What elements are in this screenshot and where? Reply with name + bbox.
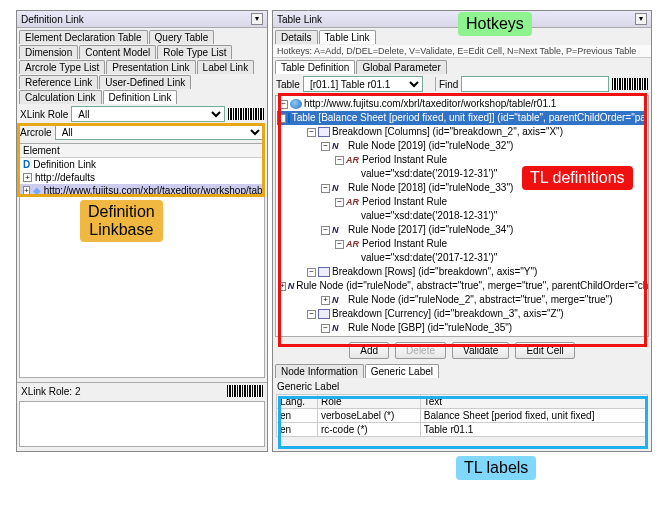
tree-node[interactable]: −ARPeriod Instant Rule <box>277 195 647 209</box>
globe-icon <box>290 99 302 109</box>
tree-node[interactable]: −http://www.fujitsu.com/xbrl/taxeditor/w… <box>277 97 647 111</box>
expand-icon[interactable]: − <box>279 114 286 123</box>
barcode-icon[interactable] <box>227 385 263 397</box>
left-status: XLink Role: 2 <box>17 382 267 399</box>
tree-node[interactable]: −Breakdown [Columns] (id="breakdown_2", … <box>277 125 647 139</box>
tab-calculation-link[interactable]: Calculation Link <box>19 90 102 104</box>
tab-query-table[interactable]: Query Table <box>149 30 215 44</box>
table-label: Table <box>276 79 300 90</box>
tree-node[interactable]: −NRule Node [2017] (id="ruleNode_34") <box>277 223 647 237</box>
tab-definition-link[interactable]: Definition Link <box>103 90 178 104</box>
tree-node[interactable]: −NRule Node [2019] (id="ruleNode_32") <box>277 139 647 153</box>
tree-node[interactable]: value="xsd:date('2017-12-31')" <box>277 251 647 265</box>
tree-node[interactable]: −ARUnit Rule <box>277 335 647 337</box>
list-item[interactable]: D Definition Link <box>20 158 264 171</box>
expand-icon[interactable]: + <box>321 296 330 305</box>
editcell-button[interactable]: Edit Cell <box>515 342 574 359</box>
table-row[interactable]: enrc-code (*)Table r01.1 <box>277 423 648 437</box>
tree-node[interactable]: −ARPeriod Instant Rule <box>277 153 647 167</box>
element-header: Element <box>20 144 264 158</box>
tab-table-definition[interactable]: Table Definition <box>275 60 355 74</box>
table-icon <box>288 113 290 123</box>
arcrole-label: Arcrole <box>20 127 52 138</box>
breakdown-icon <box>318 127 330 137</box>
expand-icon[interactable]: − <box>321 226 330 235</box>
tab-content-model[interactable]: Content Model <box>79 45 156 59</box>
tree-node[interactable]: −Breakdown [Currency] (id="breakdown_3",… <box>277 307 647 321</box>
rule-icon: N <box>332 139 346 153</box>
tab-generic-label[interactable]: Generic Label <box>365 364 439 378</box>
tab-dimension[interactable]: Dimension <box>19 45 78 59</box>
tree-node[interactable]: −NRule Node [GBP] (id="ruleNode_35") <box>277 321 647 335</box>
tab-table-link[interactable]: Table Link <box>319 30 376 44</box>
table-select[interactable]: [r01.1] Table r01.1 <box>303 76 423 92</box>
button-row: Add Delete Validate Edit Cell <box>273 339 651 362</box>
col-header[interactable]: Role <box>317 395 420 409</box>
generic-label-table[interactable]: Lang.RoleText enverboseLabel (*)Balance … <box>276 394 648 437</box>
expand-icon[interactable]: + <box>279 282 286 291</box>
tab-label-link[interactable]: Label Link <box>197 60 255 74</box>
tab-presentation-link[interactable]: Presentation Link <box>106 60 195 74</box>
close-icon[interactable]: ▾ <box>635 13 647 25</box>
expand-icon[interactable]: − <box>307 128 316 137</box>
tab-node-information[interactable]: Node Information <box>275 364 364 378</box>
aspect-rule-icon: AR <box>346 335 360 337</box>
rule-icon: N <box>332 223 346 237</box>
breakdown-icon <box>318 309 330 319</box>
rule-icon: N <box>288 279 295 293</box>
col-header[interactable]: Text <box>420 395 647 409</box>
xlinkrole-select[interactable]: All <box>71 106 225 122</box>
aspect-rule-icon: AR <box>346 153 360 167</box>
expand-icon[interactable]: − <box>335 240 344 249</box>
tree-node[interactable]: value="xsd:date('2018-12-31')" <box>277 209 647 223</box>
delete-button[interactable]: Delete <box>395 342 446 359</box>
tabs-bottom: Node InformationGeneric Label <box>273 362 651 379</box>
tree-node[interactable]: +NRule Node (id="ruleNode_2", abstract="… <box>277 293 647 307</box>
generic-label-section: Generic Label <box>273 379 651 394</box>
tab-reference-link[interactable]: Reference Link <box>19 75 98 89</box>
tree-node[interactable]: +NRule Node (id="ruleNode", abstract="tr… <box>277 279 647 293</box>
expand-icon[interactable]: − <box>335 156 344 165</box>
add-button[interactable]: Add <box>349 342 389 359</box>
expand-icon[interactable]: − <box>307 310 316 319</box>
list-item[interactable]: + http://defaults <box>20 171 264 184</box>
tree-node[interactable]: −ARPeriod Instant Rule <box>277 237 647 251</box>
expand-icon[interactable]: − <box>321 142 330 151</box>
arcrole-select[interactable]: All <box>55 124 264 140</box>
tree-node[interactable]: −Breakdown [Rows] (id="breakdown", axis=… <box>277 265 647 279</box>
status-text: XLink Role: 2 <box>21 386 80 397</box>
expand-icon[interactable]: − <box>279 100 288 109</box>
expand-icon[interactable]: − <box>321 324 330 333</box>
table-row[interactable]: enverboseLabel (*)Balance Sheet [period … <box>277 409 648 423</box>
element-list[interactable]: Element D Definition Link+ http://defaul… <box>19 143 265 378</box>
pane-title-text: Definition Link <box>21 14 84 25</box>
rule-icon: N <box>332 321 346 335</box>
hotkeys-text: Hotkeys: A=Add, D/DEL=Delete, V=Validate… <box>273 45 651 58</box>
tab-global-parameter[interactable]: Global Parameter <box>356 60 446 74</box>
tab-user-defined-link[interactable]: User-Defined Link <box>99 75 191 89</box>
left-bottom-empty <box>19 401 265 447</box>
tree-view[interactable]: −http://www.fujitsu.com/xbrl/taxeditor/w… <box>275 95 649 337</box>
expand-icon[interactable]: − <box>335 198 344 207</box>
col-header[interactable]: Lang. <box>277 395 318 409</box>
close-icon[interactable]: ▾ <box>251 13 263 25</box>
tab-arcrole-type-list[interactable]: Arcrole Type List <box>19 60 105 74</box>
validate-button[interactable]: Validate <box>452 342 509 359</box>
expand-icon[interactable]: − <box>307 268 316 277</box>
annot-definition-label: Definition Linkbase <box>80 200 163 242</box>
find-label: Find <box>439 79 458 90</box>
expand-icon[interactable]: − <box>321 184 330 193</box>
rule-icon: N <box>332 181 346 195</box>
tab-details[interactable]: Details <box>275 30 318 44</box>
annot-hotkeys-label: Hotkeys <box>458 12 532 36</box>
barcode-icon[interactable] <box>612 78 648 90</box>
find-input[interactable] <box>461 76 609 92</box>
barcode-icon[interactable] <box>228 108 264 120</box>
aspect-rule-icon: AR <box>346 195 360 209</box>
tab-role-type-list[interactable]: Role Type List <box>157 45 232 59</box>
aspect-rule-icon: AR <box>346 237 360 251</box>
tab-element-declaration-table[interactable]: Element Declaration Table <box>19 30 148 44</box>
list-item[interactable]: + ◆ http://www.fujitsu.com/xbrl/taxedito… <box>20 184 264 197</box>
rule-icon: N <box>332 293 346 307</box>
tree-node[interactable]: −Table [Balance Sheet [period fixed, uni… <box>277 111 647 125</box>
